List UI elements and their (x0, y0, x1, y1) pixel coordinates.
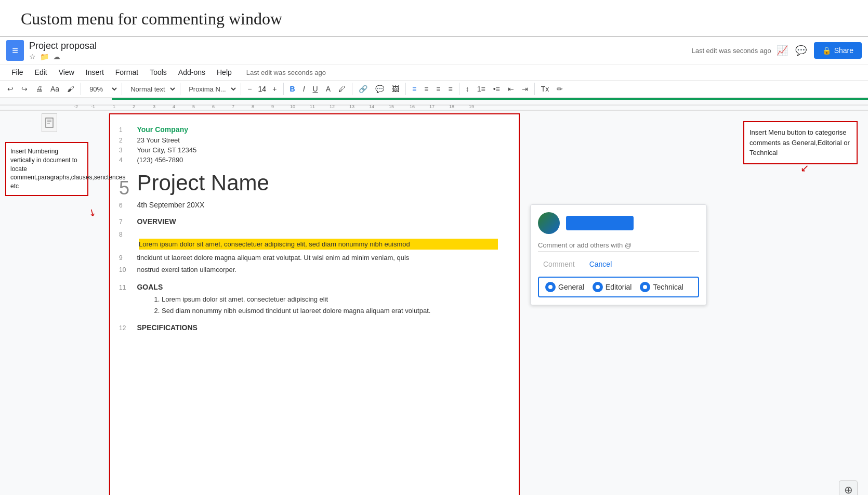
radio-editorial[interactable]: Editorial (593, 282, 632, 292)
undo-button[interactable]: ↩ (4, 83, 17, 95)
toolbar-sep-1 (81, 83, 81, 95)
menu-file[interactable]: File (6, 66, 29, 79)
svg-text:9: 9 (271, 104, 274, 109)
line-num-2: 2 (119, 137, 135, 144)
docs-title-icons: ☆ 📁 ☁ (29, 53, 681, 61)
docs-title-group: Project proposal ☆ 📁 ☁ (29, 41, 681, 61)
align-right-button[interactable]: ≡ (433, 83, 443, 95)
docs-main: Insert Numbering vertically in document … (0, 111, 868, 495)
font-select[interactable]: Proxima N... (183, 83, 238, 95)
cloud-icon[interactable]: ☁ (53, 53, 60, 61)
toolbar-sep-6 (352, 83, 352, 95)
indent-decrease-button[interactable]: ⇤ (505, 83, 517, 95)
menu-view[interactable]: View (54, 66, 80, 79)
svg-text:14: 14 (369, 104, 374, 109)
svg-text:2: 2 (133, 104, 135, 109)
radio-technical-circle (640, 282, 650, 292)
radio-general-inner (548, 285, 553, 289)
redo-button[interactable]: ↪ (18, 83, 31, 95)
style-select[interactable]: Normal text Heading 1 (125, 83, 177, 95)
line-num-3: 3 (119, 147, 135, 154)
line-3: 3 Your City, ST 12345 (139, 145, 498, 154)
toolbar-sep-4 (241, 83, 241, 95)
line-1: 1 Your Company (139, 125, 498, 134)
goal-2: Sed diam nonummy nibh euismod tincidunt … (162, 306, 498, 316)
docs-header-right: 📈 💬 🔒 Share (777, 42, 862, 59)
menu-addons[interactable]: Add-ons (173, 66, 211, 79)
font-size-increase[interactable]: + (269, 83, 280, 95)
doc-page: 1 Your Company 2 23 Your Street 3 Your C… (109, 113, 520, 495)
svg-text:13: 13 (349, 104, 354, 109)
clear-format-button[interactable]: Tx (538, 83, 553, 95)
svg-text:18: 18 (449, 104, 454, 109)
print-button[interactable]: 🖨 (32, 83, 46, 95)
more-tools-button[interactable]: ✏ (554, 83, 566, 95)
overview-title: OVERVIEW (137, 217, 176, 226)
menu-format[interactable]: Format (110, 66, 143, 79)
phone: (123) 456-7890 (137, 156, 183, 164)
bullet-list-button[interactable]: •≡ (490, 83, 503, 95)
radio-editorial-inner (596, 285, 600, 289)
trend-icon[interactable]: 📈 (777, 45, 788, 56)
image-button[interactable]: 🖼 (389, 83, 402, 95)
radio-technical-label: Technical (653, 283, 683, 291)
line-11: 11 GOALS (139, 282, 498, 292)
line-num-11: 11 (119, 284, 135, 291)
left-annotation-area: Insert Numbering vertically in document … (0, 111, 109, 495)
goals-list-area: Lorem ipsum dolor sit amet, consectetuer… (139, 295, 498, 316)
align-left-button[interactable]: ≡ (409, 83, 419, 95)
star-icon[interactable]: ☆ (29, 53, 36, 61)
svg-text:12: 12 (330, 104, 335, 109)
format-paint-button[interactable]: 🖌 (64, 83, 77, 95)
comment-cancel-button[interactable]: Cancel (584, 257, 617, 271)
menu-help[interactable]: Help (212, 66, 237, 79)
text-color-button[interactable]: A (323, 83, 334, 95)
menu-insert[interactable]: Insert (81, 66, 109, 79)
menu-tools[interactable]: Tools (144, 66, 172, 79)
svg-text:8: 8 (252, 104, 254, 109)
line-spacing-button[interactable]: ↕ (463, 83, 472, 95)
comment-header-icon[interactable]: 💬 (795, 45, 807, 56)
align-justify-button[interactable]: ≡ (445, 83, 456, 95)
line-num-10: 10 (119, 266, 135, 273)
docs-toolbar: ↩ ↪ 🖨 Aa 🖌 90% 100% Normal text Heading … (0, 81, 868, 98)
bold-button[interactable]: B (287, 83, 298, 95)
align-center-button[interactable]: ≡ (421, 83, 431, 95)
share-button[interactable]: 🔒 Share (814, 42, 862, 59)
zoom-select[interactable]: 90% 100% (84, 83, 119, 95)
comment-category-row: General Editorial Technical (538, 277, 699, 297)
toolbar-sep-8 (459, 83, 459, 95)
comment-button[interactable]: 💬 (372, 83, 387, 95)
highlight-button[interactable]: 🖊 (335, 83, 349, 95)
spellcheck-button[interactable]: Aa (47, 83, 62, 95)
line-num-9: 9 (119, 254, 135, 262)
line-num-7: 7 (119, 218, 135, 226)
para2: nostrud exerci tation ullamcorper. (137, 266, 236, 273)
doc-title: Project proposal (29, 41, 681, 51)
comment-submit-button[interactable]: Comment (538, 257, 580, 271)
line-7: 7 OVERVIEW (139, 217, 498, 226)
radio-technical[interactable]: Technical (640, 282, 683, 292)
indent-increase-button[interactable]: ⇥ (519, 83, 531, 95)
numbered-list-button[interactable]: 1≡ (474, 83, 489, 95)
svg-text:-1: -1 (91, 104, 95, 109)
menu-edit[interactable]: Edit (30, 66, 52, 79)
toolbar-sep-5 (283, 83, 284, 95)
right-annotation-box: Insert Menu button to categorise comment… (743, 121, 858, 164)
line-2: 2 23 Your Street (139, 135, 498, 145)
font-size-decrease[interactable]: − (244, 83, 255, 95)
ruler-svg: -2 -1 1 2 3 4 5 6 7 8 9 10 11 12 13 14 1… (0, 100, 868, 110)
svg-text:4: 4 (173, 104, 175, 109)
docs-header: ≡ Project proposal ☆ 📁 ☁ Last edit was s… (0, 37, 868, 64)
line-9: 9 tincidunt ut laoreet dolore magna aliq… (139, 253, 498, 263)
line-num-8: 8 (119, 231, 135, 238)
plus-button[interactable]: ⊕ (839, 480, 858, 495)
radio-general[interactable]: General (545, 282, 584, 292)
italic-button[interactable]: I (300, 83, 308, 95)
svg-text:5: 5 (192, 104, 195, 109)
line-num-4: 4 (119, 157, 135, 164)
underline-button[interactable]: U (310, 83, 321, 95)
link-button[interactable]: 🔗 (356, 83, 371, 95)
folder-icon[interactable]: 📁 (40, 53, 49, 61)
comment-input[interactable] (538, 239, 699, 252)
